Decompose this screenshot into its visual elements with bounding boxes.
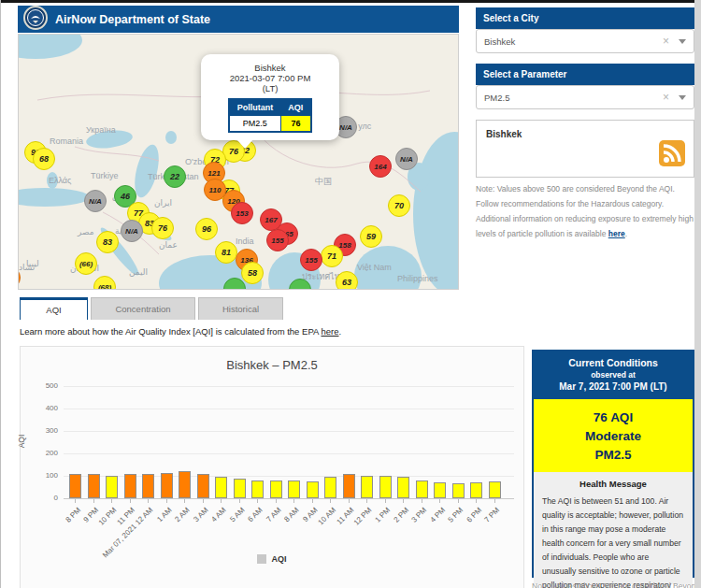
map-place-label: Ελλάς <box>49 176 71 185</box>
popup-pollutant-value: PM2.5 <box>229 116 281 133</box>
x-axis-tick <box>130 499 131 503</box>
popup-city: Bishkek <box>207 63 334 73</box>
rss-city-label: Bishkek <box>486 129 522 139</box>
x-axis-tick-label: 1 AM <box>155 506 173 523</box>
x-axis-tick-label: 10 PM <box>97 506 119 527</box>
x-axis-tick-label: 6 PM <box>465 506 483 524</box>
aqi-marker[interactable]: 164 <box>369 155 392 178</box>
popup-timezone: (LT) <box>207 83 334 93</box>
window-top-edge <box>1 0 694 3</box>
cc-category: Moderate <box>585 428 641 444</box>
cc-aqi-box: 76 AQI Moderate PM2.5 <box>534 399 693 472</box>
x-axis-tick <box>111 499 112 503</box>
aqi-bar <box>142 474 154 498</box>
x-axis-tick <box>312 499 313 503</box>
x-axis-tick-label: 10 AM <box>316 506 336 526</box>
aqi-chart-panel: Bishkek – PM2.5 AQI AQI 0100200300400500… <box>20 346 524 588</box>
aqi-map-canvas[interactable]: УкраїнаRomaniaTürkiyeΕλλάςO'zbekistonTür… <box>18 34 459 290</box>
popup-aqi-table: Pollutant AQI PM2.5 76 <box>228 98 313 133</box>
map-place-label: مصر <box>78 227 94 237</box>
chevron-down-icon[interactable] <box>679 39 686 44</box>
aqi-bar <box>161 473 173 498</box>
aqi-marker[interactable]: N/A <box>395 148 418 170</box>
map-place-label: India <box>236 237 254 246</box>
chart-legend: AQI <box>21 554 523 564</box>
chevron-down-icon[interactable] <box>679 95 686 100</box>
aqi-marker[interactable]: 59 <box>360 225 382 248</box>
aqi-bar <box>288 480 300 498</box>
legend-label: AQI <box>271 554 286 564</box>
aqi-marker[interactable]: 153 <box>231 202 253 224</box>
aqi-marker[interactable]: 63 <box>336 271 358 290</box>
aqi-marker[interactable]: 81 <box>215 241 237 264</box>
map-place-label: Türkiye <box>91 171 119 180</box>
chart-gridline <box>64 386 514 387</box>
dos-seal-icon <box>23 6 48 34</box>
aqi-marker[interactable]: 76 <box>151 217 174 239</box>
cc-subtitle: observed at <box>537 369 689 380</box>
aqi-bar <box>69 474 81 498</box>
map-place-label: ايران <box>154 198 172 208</box>
aqi-bar <box>197 474 209 498</box>
airnow-dos-page: AirNow Department of State <box>0 0 694 588</box>
chart-gridline <box>64 409 514 409</box>
rss-icon[interactable] <box>659 140 685 170</box>
x-axis-tick <box>75 499 76 503</box>
x-axis-tick-label: 4 AM <box>210 506 228 523</box>
x-axis-tick-label: 12 PM <box>352 506 374 527</box>
x-axis-tick-label: 8 AM <box>283 506 301 523</box>
y-axis-tick-label: 100 <box>28 471 58 480</box>
x-axis-tick <box>366 499 367 503</box>
x-axis-tick <box>293 499 294 503</box>
aqi-marker[interactable]: (66) <box>75 252 97 275</box>
page-title: AirNow Department of State <box>55 13 210 26</box>
tab-historical[interactable]: Historical <box>198 297 283 320</box>
tab-concentration[interactable]: Concentration <box>91 297 195 320</box>
aqi-marker[interactable]: 58 <box>241 262 264 284</box>
aqi-bar <box>251 480 264 498</box>
chart-gridline <box>64 453 514 454</box>
aqi-marker[interactable]: 70 <box>388 194 410 217</box>
epa-here-link[interactable]: here <box>321 326 338 337</box>
x-axis-tick <box>439 499 440 503</box>
x-axis-tick <box>93 499 94 503</box>
x-axis-tick <box>422 499 422 503</box>
popup-aqi-value: 76 <box>280 116 311 133</box>
x-axis-tick-label: 3 PM <box>410 506 429 524</box>
x-axis-tick <box>458 499 459 503</box>
aqi-bar <box>106 476 118 498</box>
aqi-marker[interactable]: 71 <box>321 245 343 267</box>
aqi-marker[interactable]: 155 <box>266 229 289 251</box>
cc-aqi-value: 76 AQI <box>594 409 633 425</box>
aqi-marker[interactable]: 22 <box>164 165 186 188</box>
parameter-select[interactable]: PM2.5 × <box>476 85 694 109</box>
x-axis-tick <box>476 499 477 503</box>
rss-feed-box: Bishkek <box>476 120 694 178</box>
tab-aqi[interactable]: AQI <box>20 297 88 320</box>
x-axis-tick <box>276 499 277 503</box>
aqi-marker[interactable]: 96 <box>195 218 218 240</box>
aqi-marker[interactable]: N/A <box>84 190 107 212</box>
current-conditions-panel: Current Conditions observed at Mar 7, 20… <box>532 350 694 578</box>
aqi-marker[interactable]: 155 <box>300 249 322 271</box>
aqi-bar <box>234 479 246 498</box>
city-select[interactable]: Bishkek × <box>476 29 694 53</box>
x-axis-tick-label: 1 PM <box>374 506 393 524</box>
map-place-label: تشاد <box>19 263 35 272</box>
clear-icon[interactable]: × <box>663 91 669 104</box>
chart-gridline <box>64 498 514 499</box>
x-axis-tick-label: 7 AM <box>265 506 282 523</box>
aqi-bar <box>416 480 428 498</box>
aqi-marker[interactable]: 83 <box>96 231 119 253</box>
note-here-link[interactable]: here <box>608 229 625 238</box>
city-select-value: Bishkek <box>484 36 663 47</box>
aqi-bar <box>361 476 373 498</box>
select-parameter-header: Select a Parameter <box>476 64 694 85</box>
popup-col-aqi: AQI <box>280 99 311 116</box>
aqi-bar <box>489 481 501 498</box>
aqi-bar <box>88 474 100 498</box>
aqi-marker[interactable]: N/A <box>121 220 143 242</box>
clear-icon[interactable]: × <box>663 35 669 48</box>
aqi-bar <box>397 477 409 498</box>
aqi-marker[interactable]: 68 <box>33 148 55 170</box>
